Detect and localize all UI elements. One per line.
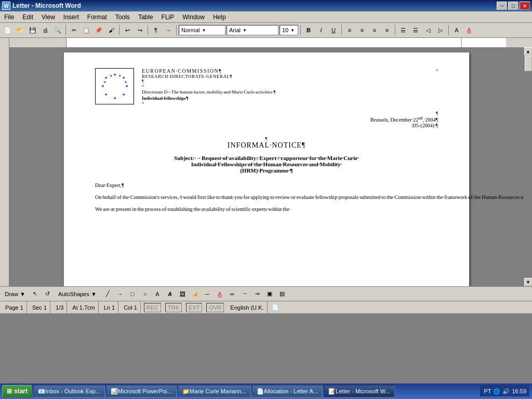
select-button[interactable]: ↖ — [29, 288, 41, 300]
shadow-tool[interactable]: ▣ — [264, 288, 275, 300]
align-left[interactable]: ≡ — [344, 24, 355, 36]
align-right[interactable]: ≡ — [369, 24, 380, 36]
taskbar-item-4[interactable]: 📄 Allocation - Letter A... — [252, 385, 323, 397]
align-justify[interactable]: ≡ — [381, 24, 393, 36]
bullets-button[interactable]: ☰ — [397, 24, 409, 36]
fill-color-tool[interactable]: ◢ — [189, 288, 201, 300]
open-button[interactable]: 📂 — [15, 24, 26, 36]
clip-art-tool[interactable]: 🖼 — [177, 288, 188, 300]
sep6 — [341, 25, 342, 35]
draw-menu[interactable]: Draw ▼ — [2, 288, 28, 300]
mark-char: ¤ — [142, 84, 436, 88]
drawing-toolbar: Draw ▼ ↖ ↺ AutoShapes ▼ ╱ → □ ○ A A 🖼 ◢ … — [0, 286, 532, 301]
rotate-button[interactable]: ↺ — [42, 288, 53, 300]
line-tool[interactable]: ╱ — [102, 288, 113, 300]
scroll-thumb[interactable] — [525, 56, 532, 71]
taskbar-item-3[interactable]: 📁 Marie Curie Mariann... — [178, 385, 251, 397]
autoshapes-menu[interactable]: AutoShapes ▼ — [54, 288, 101, 300]
svg-text:★: ★ — [109, 74, 112, 77]
style-value: Normal — [181, 27, 200, 33]
directorate-line: Directorate·D·-·The·human·factor,·mobili… — [142, 89, 436, 95]
save-button[interactable]: 💾 — [27, 24, 38, 36]
print-button[interactable]: 🖨 — [39, 24, 51, 36]
rec-status: REC — [144, 303, 161, 312]
menu-window[interactable]: Window — [178, 12, 209, 22]
eu-logo: ★ ★ ★ ★ ★ ★ ★ ★ ★ ★ ★ ★ — [95, 68, 134, 104]
scroll-up-button[interactable]: ▲ — [524, 47, 533, 56]
line-color-tool[interactable]: ─ — [202, 288, 213, 300]
svg-text:★: ★ — [122, 76, 125, 80]
cut-button[interactable]: ✂ — [68, 24, 79, 36]
subject-line1: Subject:·→Request·of·availability:·Exper… — [95, 155, 438, 161]
menu-view[interactable]: View — [37, 12, 59, 22]
menu-edit[interactable]: Edit — [18, 12, 37, 22]
font-color-tool2[interactable]: A — [214, 288, 225, 300]
scroll-track[interactable] — [524, 56, 532, 278]
new-button[interactable]: 📄 — [2, 24, 14, 36]
taskbar-item-5[interactable]: 📝 Letter - Microsoft W... — [324, 385, 395, 397]
menu-tools[interactable]: Tools — [111, 12, 134, 22]
vertical-scrollbar[interactable]: ▲ ▼ — [524, 47, 532, 286]
menu-file[interactable]: File — [0, 12, 18, 22]
format-painter[interactable]: 🖌 — [105, 24, 117, 36]
bold-button[interactable]: B — [303, 24, 314, 36]
subject-line3: (HRM)·Programme·¶ — [95, 167, 438, 174]
start-button[interactable]: ⊞ start — [2, 385, 32, 397]
menu-flip[interactable]: FLiP — [157, 12, 179, 22]
oval-tool[interactable]: ○ — [139, 288, 151, 300]
taskbar-label-1: Inbox - Outlook Exp... — [45, 388, 100, 394]
rect-tool[interactable]: □ — [127, 288, 138, 300]
size-dropdown[interactable]: 10 ▼ — [280, 25, 298, 35]
window-controls: ─ □ ✕ — [497, 2, 530, 10]
ruler-corner — [0, 38, 9, 47]
document-page: ★ ★ ★ ★ ★ ★ ★ ★ ★ ★ ★ ★ EUROP — [64, 52, 469, 286]
italic-button[interactable]: I — [315, 24, 327, 36]
indent-less[interactable]: ◁ — [422, 24, 434, 36]
taskbar-icon-2: 📊 — [111, 388, 118, 395]
minimize-button[interactable]: ─ — [497, 2, 507, 10]
undo-button[interactable]: ↩ — [122, 24, 133, 36]
doc-icon: 📄 — [270, 302, 281, 313]
align-center[interactable]: ≡ — [356, 24, 368, 36]
line-style-tool[interactable]: ═ — [227, 288, 238, 300]
menu-help[interactable]: Help — [209, 12, 230, 22]
para-mark1: ¶ — [142, 79, 436, 84]
font-color-button[interactable]: A — [463, 24, 475, 36]
menu-insert[interactable]: Insert — [59, 12, 83, 22]
nav-button[interactable]: → — [163, 24, 174, 36]
toolbar-standard: 📄 📂 💾 🖨 🔍 ✂ 📋 📌 🖌 ↩ ↪ ¶ → Normal ▼ Arial… — [0, 23, 532, 38]
preview-button[interactable]: 🔍 — [52, 24, 63, 36]
highlight-button[interactable]: A — [451, 24, 462, 36]
pilcrow-button[interactable]: ¶ — [150, 24, 162, 36]
arrow-style-tool[interactable]: ⇒ — [251, 288, 263, 300]
numbering-button[interactable]: ☰ — [410, 24, 421, 36]
svg-text:★: ★ — [122, 92, 125, 97]
sep5 — [300, 25, 301, 35]
font-dropdown[interactable]: Arial ▼ — [227, 25, 278, 35]
redo-button[interactable]: ↪ — [134, 24, 145, 36]
underline-button[interactable]: U — [328, 24, 339, 36]
indent-more[interactable]: ▷ — [435, 24, 446, 36]
date-line: Brussels,·December·22nd,·2004¶ — [95, 116, 438, 123]
svg-text:★: ★ — [104, 76, 108, 80]
dash-style-tool[interactable]: ┄ — [239, 288, 250, 300]
style-dropdown[interactable]: Normal ▼ — [179, 25, 225, 35]
textbox-tool[interactable]: A — [152, 288, 163, 300]
close-button[interactable]: ✕ — [520, 2, 530, 10]
paste-button[interactable]: 📌 — [93, 24, 104, 36]
header-text: EUROPEAN·COMMISSION¶ RESEARCH·DIRECTORAT… — [142, 68, 436, 105]
greeting: Dear·Expert,¶ — [95, 181, 438, 189]
arrow-tool[interactable]: → — [114, 288, 126, 300]
scroll-down-button[interactable]: ▼ — [524, 278, 533, 286]
menu-format[interactable]: Format — [83, 12, 111, 22]
maximize-button[interactable]: □ — [508, 2, 518, 10]
copy-button[interactable]: 📋 — [81, 24, 92, 36]
taskbar-item-1[interactable]: 📧 Inbox - Outlook Exp... — [33, 385, 105, 397]
clock: 16:59 — [512, 388, 526, 394]
wordart-tool[interactable]: A — [164, 288, 176, 300]
taskbar-item-2[interactable]: 📊 Microsoft PowerPoi... — [106, 385, 177, 397]
3d-tool[interactable]: ▤ — [276, 288, 288, 300]
doc-title: ¶ INFORMAL·NOTICE¶ — [95, 136, 438, 150]
menu-table[interactable]: Table — [134, 12, 157, 22]
document-canvas[interactable]: ★ ★ ★ ★ ★ ★ ★ ★ ★ ★ ★ ★ EUROP — [9, 47, 524, 286]
